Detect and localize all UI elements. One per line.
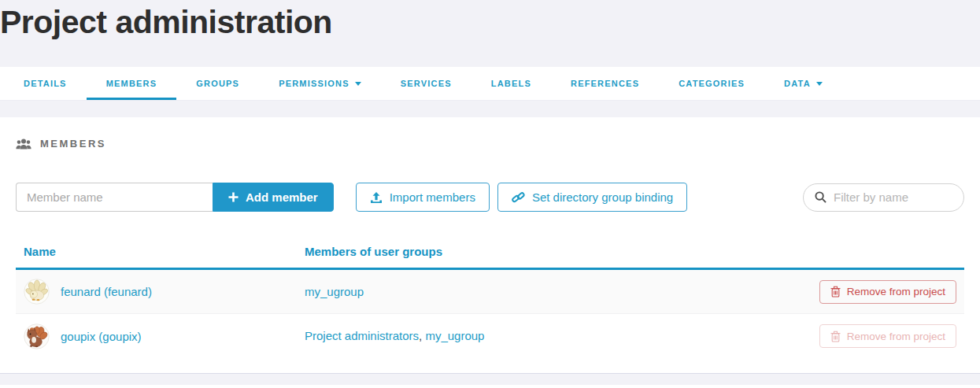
column-header-groups: Members of user groups	[297, 242, 791, 269]
link-icon	[512, 191, 525, 204]
page-header: Project administration	[0, 0, 980, 67]
tab-permissions[interactable]: Permissions	[259, 67, 381, 100]
member-link-feunard[interactable]: feunard (feunard)	[61, 285, 152, 298]
tab-label: Categories	[679, 79, 745, 88]
page-title: Project administration	[0, 3, 980, 42]
members-card: Members Add member Import members	[0, 117, 980, 373]
tab-label: Permissions	[279, 79, 349, 88]
tab-services[interactable]: Services	[381, 67, 472, 100]
avatar-feunard	[24, 279, 50, 305]
page-background-strip	[0, 101, 980, 117]
tab-data[interactable]: Data	[764, 67, 842, 100]
tab-label: References	[571, 79, 639, 88]
members-table: Name Members of user groups	[16, 242, 964, 359]
tab-references[interactable]: References	[551, 67, 659, 100]
tab-members[interactable]: Members	[87, 67, 177, 100]
member-row-goupix: goupix (goupix) Project administrators, …	[16, 314, 964, 359]
tab-categories[interactable]: Categories	[659, 67, 764, 100]
filter-box	[803, 183, 964, 212]
group-link-my-ugroup[interactable]: my_ugroup	[305, 285, 364, 298]
tab-label: Groups	[196, 79, 239, 88]
tab-label: Details	[24, 79, 67, 88]
table-header-row: Name Members of user groups	[16, 242, 964, 269]
member-name-input[interactable]	[16, 183, 213, 212]
member-link-goupix[interactable]: goupix (goupix)	[61, 330, 142, 343]
upload-icon	[370, 191, 383, 204]
group-link-my-ugroup[interactable]: my_ugroup	[425, 329, 484, 342]
tab-labels[interactable]: Labels	[472, 67, 551, 100]
remove-from-project-button[interactable]: Remove from project	[819, 280, 956, 304]
set-directory-group-binding-label: Set directory group binding	[532, 190, 673, 204]
page-background-strip-bottom	[0, 373, 980, 385]
tab-label: Services	[401, 79, 452, 88]
member-name-cell: goupix (goupix)	[24, 323, 289, 349]
set-directory-group-binding-button[interactable]: Set directory group binding	[497, 183, 687, 212]
member-row-feunard: feunard (feunard) my_ugroup	[16, 269, 964, 314]
members-section-label: Members	[40, 138, 106, 150]
chevron-down-icon	[355, 82, 361, 86]
admin-nav-tabs: Details Members Groups Permissions Servi…	[0, 67, 980, 101]
member-groups-cell: Project administrators, my_ugroup	[297, 314, 791, 359]
import-members-label: Import members	[390, 190, 475, 204]
search-icon	[815, 191, 827, 203]
tab-label: Data	[784, 79, 811, 88]
members-section-title: Members	[16, 138, 964, 150]
members-controls: Add member Import members Set directory …	[16, 183, 964, 212]
remove-from-project-label: Remove from project	[847, 286, 945, 297]
users-icon	[16, 139, 31, 150]
remove-from-project-button-disabled[interactable]: Remove from project	[819, 324, 956, 348]
tab-groups[interactable]: Groups	[176, 67, 259, 100]
tab-label: Labels	[491, 79, 531, 88]
filter-by-name-input[interactable]	[834, 190, 952, 204]
column-header-actions	[791, 242, 964, 269]
chevron-down-icon	[816, 82, 823, 86]
column-header-name: Name	[16, 242, 297, 269]
tab-details[interactable]: Details	[4, 67, 87, 100]
add-member-button[interactable]: Add member	[213, 183, 334, 212]
avatar-goupix	[24, 323, 50, 349]
member-groups-cell: my_ugroup	[297, 269, 791, 314]
remove-from-project-label: Remove from project	[847, 331, 945, 342]
plus-icon	[228, 192, 239, 202]
import-members-button[interactable]: Import members	[356, 183, 490, 212]
tab-label: Members	[106, 79, 157, 88]
member-name-cell: feunard (feunard)	[24, 279, 289, 305]
group-link-project-administrators[interactable]: Project administrators	[305, 329, 419, 342]
add-member-group: Add member	[16, 183, 334, 212]
trash-icon	[830, 331, 841, 342]
trash-icon	[830, 286, 841, 297]
add-member-label: Add member	[246, 190, 318, 204]
